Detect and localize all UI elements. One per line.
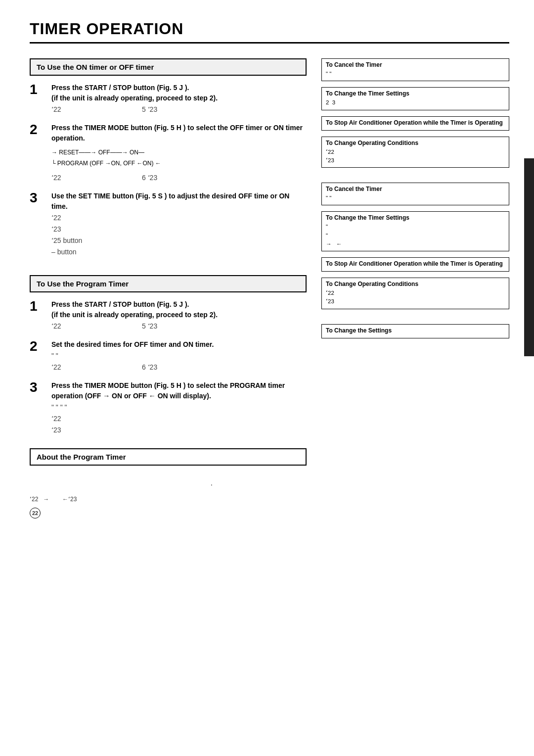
cancel-timer-box-1: To Cancel the Timer " " [321,58,509,81]
page-number-circle: 22 [30,508,41,519]
on-off-step-1: 1 Press the START / STOP button (Fig. 5 … [30,83,307,115]
prog-step-2: 2 Set the desired times for OFF timer an… [30,339,307,373]
prog-step3-bold: Press the TIMER MODE button (Fig. 5 H ) … [51,380,307,401]
change-settings-title-2: To Change the Timer Settings [326,214,505,221]
change-conditions-title-1: To Change Operating Conditions [326,140,505,146]
prog-step3-sub: " " " " [51,402,307,413]
stop-ac-box-1: To Stop Air Conditioner Operation while … [321,116,509,131]
prog-step3-note2: ʻ23 [51,425,307,435]
black-sidebar-bar [524,158,534,356]
prog-step2-bold: Set the desired times for OFF timer and … [51,339,307,350]
bottom-note2: ʻ22 → ←ʻ23 [30,495,307,504]
prog-step1-bold: Press the START / STOP button (Fig. 5 J … [51,299,307,320]
prog-step-number-1: 1 [30,299,47,313]
stop-ac-title-1: To Stop Air Conditioner Operation while … [326,119,505,126]
step3-bold: Use the SET TIME button (Fig. 5 S ) to a… [51,191,307,212]
prog-step-number-2: 2 [30,339,47,353]
change-settings-box-1: To Change the Timer Settings 2 3 [321,87,509,110]
cancel-timer-title-2: To Cancel the Timer [326,186,505,192]
step-number-3: 3 [30,191,47,205]
change-conditions-content-2: ʻ22ʻ23 [326,289,505,306]
change-settings-box-2: To Change the Timer Settings ""→ ← [321,211,509,251]
cancel-timer-content-2: " " [326,194,505,202]
program-timer-header: To Use the Program Timer [30,275,307,292]
about-program-timer-header: About the Program Timer [30,448,307,466]
bottom-area: ' ʻ22 → ←ʻ23 22 [30,482,307,518]
step3-note2: ʻ23 [51,224,307,235]
prog-step-1: 1 Press the START / STOP button (Fig. 5 … [30,299,307,331]
prog-step1-note: ʻ22 5 ʻ23 [51,321,307,331]
stop-ac-box-2: To Stop Air Conditioner Operation while … [321,257,509,272]
step3-note4: – button [51,247,307,257]
step1-bold: Press the START / STOP button (Fig. 5 J … [51,83,307,103]
cancel-timer-title-1: To Cancel the Timer [326,61,505,68]
change-conditions-title-2: To Change Operating Conditions [326,281,505,287]
change-settings-title-3: To Change the Settings [326,327,505,334]
step1-note: ʻ22 5 ʻ23 [51,104,307,115]
on-off-step-3: 3 Use the SET TIME button (Fig. 5 S ) to… [30,191,307,257]
step-number-1: 1 [30,83,47,96]
step3-note1: ʻ22 [51,213,307,223]
prog-step-number-3: 3 [30,380,47,394]
on-off-timer-header: To Use the ON timer or OFF timer [30,58,307,76]
cancel-timer-box-2: To Cancel the Timer " " [321,183,509,205]
change-conditions-content-1: ʻ22ʻ23 [326,148,505,165]
change-conditions-box-2: To Change Operating Conditions ʻ22ʻ23 [321,278,509,309]
step-number-2: 2 [30,123,47,137]
prog-step3-note1: ʻ22 [51,414,307,424]
bottom-num: 22 [30,508,307,519]
change-settings-box-3: To Change the Settings [321,324,509,338]
change-settings-title-1: To Change the Timer Settings [326,90,505,97]
prog-right-group: To Cancel the Timer " " To Change the Ti… [321,183,509,309]
cancel-timer-content-1: " " [326,70,505,78]
change-settings-right-group: To Change the Settings [321,324,509,338]
change-settings-content-2: ""→ ← [326,223,505,248]
prog-step-3: 3 Press the TIMER MODE button (Fig. 5 H … [30,380,307,435]
on-off-step-2: 2 Press the TIMER MODE button (Fig. 5 H … [30,123,307,183]
change-conditions-box-1: To Change Operating Conditions ʻ22ʻ23 [321,137,509,168]
stop-ac-title-2: To Stop Air Conditioner Operation while … [326,260,505,267]
step3-note3: ʻ25 button [51,236,307,246]
on-off-right-group: To Cancel the Timer " " To Change the Ti… [321,58,509,168]
step2-diagram: → RESET——→ OFF——→ ON— └ PROGRAM (OFF →ON… [51,147,307,169]
page-title: TIMER OPERATION [30,20,509,44]
bottom-note: ' [30,482,307,492]
step2-note: ʻ22 6 ʻ23 [51,173,307,183]
step2-bold: Press the TIMER MODE button (Fig. 5 H ) … [51,123,307,143]
change-settings-content-1: 2 3 [326,98,505,107]
prog-step2-note: ʻ22 6 ʻ23 [51,362,307,373]
prog-step2-sub: " " [51,351,307,361]
